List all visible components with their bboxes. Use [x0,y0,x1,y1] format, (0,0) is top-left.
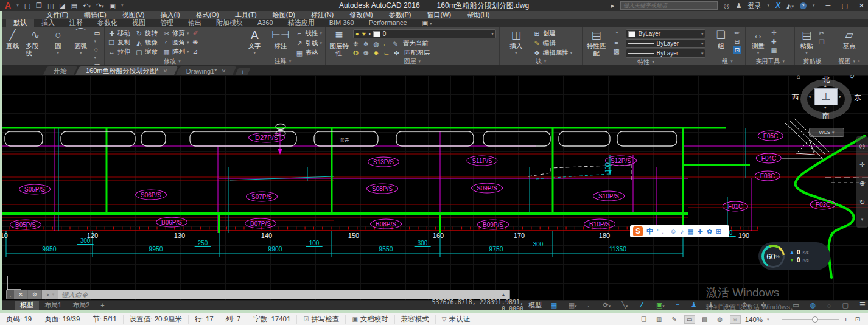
osnap-tracking-icon[interactable]: ∠ [639,301,645,309]
ribbon-tab-annotate[interactable]: 注释 [62,19,90,27]
layout1-tab[interactable]: 布局1 [39,301,67,310]
signin-caret-icon[interactable]: ▾ [768,3,770,8]
menu-draw[interactable]: 绘图(D) [273,10,295,19]
trim-button[interactable]: ✂修剪▾ [163,29,189,38]
ribbon-tab-featured[interactable]: 精选应用 [281,19,322,27]
file-tab-drawing1[interactable]: Drawing1*✕ [176,66,237,75]
two-page-view-icon[interactable]: ▥ [654,315,665,324]
model-tab[interactable]: 模型 [15,301,39,310]
undo-icon[interactable]: ↶▾ [83,2,91,10]
layer-merge-icon[interactable]: ✣ [394,49,399,57]
insert-block-button[interactable]: ◫插入▾ [503,29,530,57]
color-list-icon[interactable]: ◔ [614,29,618,37]
new-drawing-tab-button[interactable]: + [235,68,251,75]
table-button[interactable]: ▦表格 [295,49,322,57]
command-history-up-icon[interactable]: ▲ [497,292,509,298]
viewcube-arrow-down-icon[interactable]: ▾ [824,105,827,110]
menu-edit[interactable]: 编辑(E) [84,10,107,19]
logo-caret-icon[interactable]: ▾ [16,3,19,8]
panel-title-group[interactable]: 组▾ [709,57,745,65]
zoom-out-button[interactable]: − [774,316,778,323]
copy-button[interactable]: ❐复制 [108,38,130,47]
ellipse-tool-icon[interactable]: ◌ ▾ [94,46,101,60]
calculator-icon[interactable]: ▦ [771,46,777,54]
model-space-button[interactable]: 模型 [528,301,542,310]
layer-isolate-icon[interactable]: ❉ [353,40,359,47]
a360-icon[interactable]: ◭▾ [786,2,794,10]
lineweight-dropdown[interactable]: ByLayer▾ [626,39,705,48]
osnap-toggle-icon[interactable]: ▣▾ [656,301,665,309]
layout2-tab[interactable]: 布局2 [67,301,95,310]
close-button[interactable]: ✕ [859,2,864,10]
circle-button[interactable]: ○圆▾ [49,29,68,57]
edit-attribute-button[interactable]: ❖编辑属性▾ [533,49,573,57]
measure-button[interactable]: ↔测量▾ [749,29,767,57]
paste-button[interactable]: ▤粘贴▾ [798,29,815,57]
open-file-icon[interactable]: ❒ [36,2,42,10]
wcs-dropdown[interactable]: WCS▾ [809,128,844,137]
quick-properties-icon[interactable]: ▭ [793,301,799,309]
ribbon-tab-output[interactable]: 输出 [181,19,209,27]
new-file-icon[interactable]: ▢ [24,2,30,10]
sogou-logo-icon[interactable]: S [633,226,643,236]
create-block-button[interactable]: ⊞创建 [533,29,573,38]
panel-title-layers[interactable]: 图层▾ [326,57,499,65]
leader-button[interactable]: ↗引线▾ [295,39,322,47]
menu-format[interactable]: 格式(O) [196,10,219,19]
viewcube-home-icon[interactable]: ⌂ [797,75,800,80]
search-input[interactable] [620,1,718,10]
transparency-icon[interactable]: ▩ [613,47,619,55]
close-tab-icon[interactable]: ✕ [222,68,226,74]
object-color-dropdown[interactable]: ByLayer▾ [626,29,705,38]
arc-button[interactable]: ⁀圆弧▾ [71,29,90,57]
explode-icon[interactable]: ❋ [193,38,198,46]
file-tab-start[interactable]: 开始 [43,66,78,75]
text-button[interactable]: A文字▾ [243,29,266,57]
ungroup-icon[interactable]: ✏ [734,29,740,37]
ribbon-tab-bim360[interactable]: BIM 360 [322,19,362,27]
polar-tracking-icon[interactable]: ⟳▾ [603,301,611,309]
layer-off-icon[interactable]: ◍ [374,40,379,47]
signin-user-icon[interactable]: ♟ [736,2,742,10]
close-tab-icon[interactable]: ✕ [163,68,168,74]
minimize-button[interactable]: ─ [826,2,831,9]
search-expand-icon[interactable]: ▸ [611,2,615,10]
navbar-more-icon[interactable]: ▾ [861,217,864,222]
qat-customize-caret-icon[interactable]: ▾ [121,3,124,8]
panel-title-block[interactable]: 块▾ [500,57,583,65]
ribbon-tab-manage[interactable]: 管理 [153,19,181,27]
mic-icon[interactable]: ♪ [681,228,684,235]
wps-proofread-button[interactable]: ▣文档校对 [346,315,394,324]
apps-grid-icon[interactable]: ⊞ [716,228,721,235]
command-customize-wrench-icon[interactable]: ⚙ [28,290,42,299]
ribbon-tab-view[interactable]: 视图 [125,19,153,27]
customization-menu-icon[interactable]: ☰ [859,301,866,309]
stretch-button[interactable]: ↔拉伸 [108,47,130,56]
toolbox-icon[interactable]: ✚ [698,228,703,235]
redo-icon[interactable]: ↷▾ [96,2,104,10]
ribbon-tab-addins[interactable]: 附加模块 [209,19,250,27]
dimension-button[interactable]: ⊢⊣标注 [270,29,292,49]
keyboard-icon[interactable]: ▦ [687,228,693,235]
plot-icon[interactable]: ▤ [71,2,77,10]
ribbon-display-toggle-icon[interactable]: ▣ ▾ [415,19,439,27]
menu-tools[interactable]: 工具(T) [235,10,257,19]
zoom-in-button[interactable]: + [844,316,848,323]
menu-window[interactable]: 窗口(W) [427,10,451,19]
zoom-extents-icon[interactable]: ⊕ [859,180,865,187]
snap-toggle-icon[interactable]: ▦▾ [569,301,577,309]
punctuation-icon[interactable]: °， [657,228,666,235]
layer-freeze-icon[interactable]: ❄ [363,40,369,47]
menu-parametric[interactable]: 参数(P) [389,10,411,19]
linetype-dropdown[interactable]: ByLayer▾ [626,49,705,58]
layer-settings-icon[interactable]: ✎ [393,40,398,47]
menu-modify[interactable]: 修改(M) [349,10,373,19]
orbit-icon[interactable]: ↻ [859,198,865,206]
annotation-visibility-icon[interactable]: ♟ [691,301,697,309]
scale-button[interactable]: ▢缩放 [135,47,158,56]
mirror-button[interactable]: ◭镜像 [135,38,158,47]
panel-title-utilities[interactable]: 实用工具▾ [746,57,794,65]
wps-word-count[interactable]: 字数: 17401 [247,315,297,324]
wps-cert-status[interactable]: ▽未认证 [436,315,476,324]
isolate-objects-icon[interactable]: ◌ [827,302,831,309]
